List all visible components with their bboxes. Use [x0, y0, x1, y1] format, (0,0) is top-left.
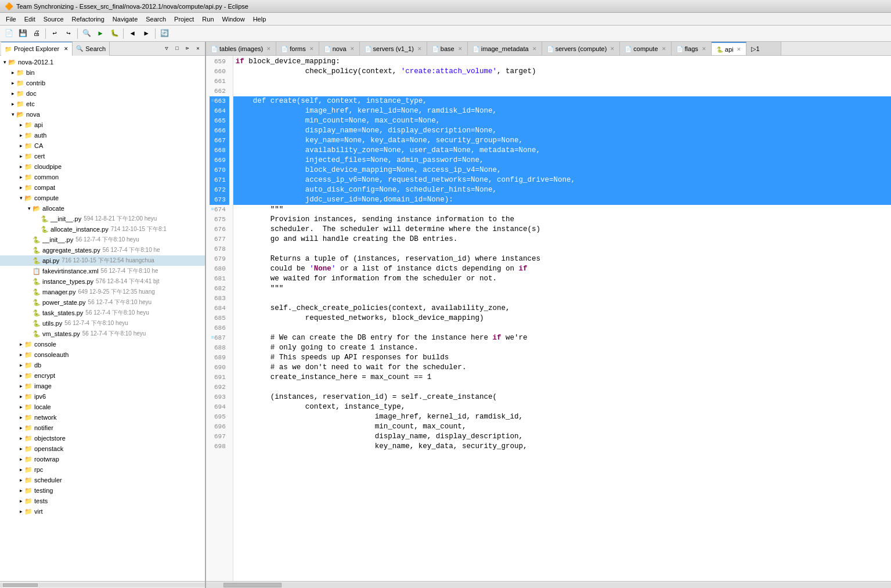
- search-tab[interactable]: 🔍 Search: [73, 42, 110, 56]
- fwd-btn[interactable]: ▶: [140, 27, 153, 40]
- code-line[interactable]: availability_zone=None, user_data=None, …: [233, 146, 891, 156]
- tree-expand-icon[interactable]: ▸: [17, 143, 24, 149]
- editor-h-scrollbar-thumb[interactable]: [223, 583, 282, 587]
- editor-tab-flags[interactable]: 📄flags✕: [672, 42, 712, 56]
- tree-item[interactable]: ▸📁cert: [0, 151, 205, 161]
- tree-expand-icon[interactable]: ▸: [17, 477, 24, 483]
- tree-item[interactable]: ▸📁objectstore: [0, 433, 205, 443]
- tree-expand-icon[interactable]: ▾: [17, 195, 24, 201]
- tree-item[interactable]: ▸📁network: [0, 412, 205, 423]
- tree-item[interactable]: ▸📁ipv6: [0, 391, 205, 402]
- project-explorer-tab[interactable]: 📁 Project Explorer ✕: [1, 42, 73, 56]
- maximize-panel-btn[interactable]: □: [172, 44, 182, 53]
- tree-expand-icon[interactable]: ▸: [17, 185, 24, 190]
- tree-item[interactable]: ▸📁rpc: [0, 464, 205, 475]
- editor-h-scrollbar[interactable]: [206, 582, 891, 588]
- tree-item[interactable]: 🐍instance_types.py576 12-8-14 下午4:41 bjt: [0, 276, 205, 287]
- code-line[interactable]: context, instance_type,: [233, 402, 891, 412]
- code-line[interactable]: [233, 86, 891, 96]
- tree-item[interactable]: ▾📂compute: [0, 193, 205, 203]
- tree-item[interactable]: ▸📁doc: [0, 88, 205, 99]
- code-line[interactable]: [233, 383, 891, 392]
- menu-run[interactable]: Run: [199, 15, 217, 24]
- tree-expand-icon[interactable]: ▸: [9, 80, 16, 86]
- code-line[interactable]: if block_device_mapping:: [233, 57, 891, 67]
- editor-tab-image-metadata[interactable]: 📄image_metadata✕: [468, 42, 542, 56]
- panel-close-btn[interactable]: ✕: [193, 44, 203, 53]
- print-btn[interactable]: 🖨: [30, 27, 43, 40]
- code-line[interactable]: auto_disk_config=None, scheduler_hints=N…: [233, 185, 891, 195]
- menu-navigate[interactable]: Navigate: [109, 15, 141, 24]
- tree-item[interactable]: ▸📁rootwrap: [0, 454, 205, 464]
- tree-expand-icon[interactable]: ▸: [9, 101, 16, 107]
- tree-expand-icon[interactable]: ▸: [17, 341, 24, 347]
- back-btn[interactable]: ◀: [126, 27, 139, 40]
- tree-expand-icon[interactable]: ▸: [17, 467, 24, 472]
- tree-item[interactable]: ▸📁locale: [0, 402, 205, 412]
- tab-close-btn[interactable]: ✕: [702, 46, 706, 52]
- tab-close-btn[interactable]: ✕: [350, 46, 355, 52]
- debug-btn[interactable]: 🐛: [108, 27, 121, 40]
- menu-file[interactable]: File: [2, 15, 20, 24]
- editor-tab--1[interactable]: ▷1: [746, 42, 781, 56]
- menu-project[interactable]: Project: [171, 15, 197, 24]
- code-line[interactable]: min_count, max_count,: [233, 422, 891, 432]
- code-line[interactable]: image_href, kernel_id, ramdisk_id,: [233, 412, 891, 422]
- tree-expand-icon[interactable]: ▸: [17, 446, 24, 452]
- code-line[interactable]: def create(self, context, instance_type,: [233, 96, 891, 106]
- code-line[interactable]: [233, 244, 891, 254]
- tree-expand-icon[interactable]: ▸: [17, 456, 24, 462]
- tree-item[interactable]: ▸📁common: [0, 172, 205, 182]
- code-line[interactable]: Returns a tuple of (instances, reservati…: [233, 254, 891, 264]
- tree-item[interactable]: 🐍vm_states.py56 12-7-4 下午8:10 heyu: [0, 329, 205, 339]
- editor-tab-servers--v1-1-[interactable]: 📄servers (v1_1)✕: [360, 42, 427, 56]
- left-scrollbar[interactable]: [0, 581, 206, 588]
- code-line[interactable]: create_instance_here = max_count == 1: [233, 373, 891, 383]
- tree-item[interactable]: ▸📁virt: [0, 506, 205, 517]
- tree-item[interactable]: 🐍utils.py56 12-7-4 下午8:10 heyu: [0, 318, 205, 329]
- menu-refactoring[interactable]: Refactoring: [68, 15, 108, 24]
- tab-close-btn[interactable]: ✕: [417, 46, 422, 52]
- tab-close-btn[interactable]: ✕: [266, 46, 271, 52]
- tree-expand-icon[interactable]: ▸: [17, 362, 24, 368]
- code-line[interactable]: # This speeds up API responses for build…: [233, 353, 891, 363]
- tree-item[interactable]: ▸📁notifier: [0, 423, 205, 433]
- tree-expand-icon[interactable]: ▾: [1, 59, 8, 65]
- code-line[interactable]: self._check_create_policies(context, ava…: [233, 304, 891, 313]
- tree-item[interactable]: ▸📁etc: [0, 99, 205, 109]
- search-btn[interactable]: 🔍: [80, 27, 93, 40]
- code-line[interactable]: go and will handle creating the DB entri…: [233, 235, 891, 244]
- tab-close-btn[interactable]: ✕: [737, 46, 741, 52]
- code-line[interactable]: access_ip_v6=None, requested_networks=No…: [233, 175, 891, 185]
- menu-search[interactable]: Search: [142, 15, 169, 24]
- tree-expand-icon[interactable]: ▸: [17, 132, 24, 138]
- redo-btn[interactable]: ↪: [62, 27, 75, 40]
- tree-item[interactable]: 🐍manager.py649 12-9-25 下午12:35 huang: [0, 287, 205, 297]
- tree-item[interactable]: ▸📁auth: [0, 130, 205, 140]
- tree-expand-icon[interactable]: ▸: [17, 414, 24, 420]
- run-btn[interactable]: ▶: [94, 27, 107, 40]
- tree-expand-icon[interactable]: ▸: [17, 122, 24, 128]
- tree-item[interactable]: ▸📁consoleauth: [0, 349, 205, 360]
- tree-item[interactable]: ▸📁scheduler: [0, 475, 205, 485]
- tree-item[interactable]: ▸📁console: [0, 339, 205, 349]
- code-line[interactable]: display_name, display_description,: [233, 432, 891, 442]
- tree-item[interactable]: ▸📁api: [0, 120, 205, 130]
- menu-source[interactable]: Source: [40, 15, 67, 24]
- tree-expand-icon[interactable]: ▸: [9, 91, 16, 96]
- code-line[interactable]: """: [233, 205, 891, 215]
- tree-expand-icon[interactable]: ▸: [17, 164, 24, 169]
- code-line[interactable]: [233, 294, 891, 304]
- tree-expand-icon[interactable]: ▸: [9, 70, 16, 75]
- code-line[interactable]: # only going to create 1 instance.: [233, 343, 891, 353]
- editor-tab-forms[interactable]: 📄forms✕: [276, 42, 319, 56]
- editor-tab-compute[interactable]: 📄compute✕: [620, 42, 671, 56]
- tab-close-x[interactable]: ✕: [64, 46, 68, 52]
- tree-expand-icon[interactable]: ▸: [17, 435, 24, 441]
- tree-expand-icon[interactable]: ▸: [17, 153, 24, 159]
- code-line[interactable]: scheduler. The scheduler will determine …: [233, 225, 891, 235]
- code-line[interactable]: """: [233, 284, 891, 294]
- tree-item[interactable]: ▸📁image: [0, 381, 205, 391]
- tree-item[interactable]: ▸📁encrypt: [0, 370, 205, 381]
- code-content[interactable]: if block_device_mapping: check_policy(co…: [233, 56, 891, 581]
